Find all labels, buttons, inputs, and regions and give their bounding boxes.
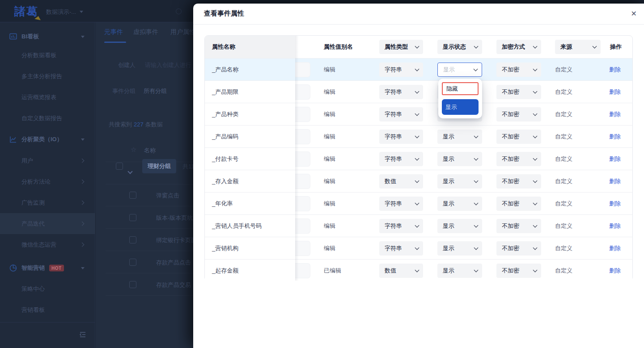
encryption-select[interactable]: 不加密 [496,241,541,256]
edit-alias-link[interactable]: 编辑 [324,237,335,259]
sidebar-item-bi-sub[interactable]: 分析数据看板 [0,45,95,66]
row-checkbox[interactable] [129,236,136,243]
edit-alias-link[interactable]: 编辑 [324,81,335,103]
row-checkbox[interactable] [129,259,136,266]
encryption-select[interactable]: 不加密 [496,85,541,99]
sidebar-item-analytics-sub[interactable]: 分析方法论 [0,171,95,192]
header-display-filter[interactable]: 显示状态 [437,40,482,54]
tab-meta-events[interactable]: 元事件 [104,28,123,36]
star-icon[interactable]: ☆ [131,146,136,154]
encryption-select[interactable]: 不加密 [496,219,541,233]
alias-input-stub[interactable] [295,174,310,189]
help-icon[interactable] [176,8,182,14]
type-select[interactable]: 字符串 [379,85,423,99]
sidebar-item-analytics-sub[interactable]: 微信生态运营 [0,234,95,255]
delete-button[interactable]: 删除 [609,170,621,192]
sidebar-item-analytics-sub[interactable]: 用户 [0,150,95,171]
encryption-select[interactable]: 不加密 [496,130,541,144]
alias-input-stub[interactable] [295,84,310,100]
row-checkbox[interactable] [129,281,136,288]
delete-button[interactable]: 删除 [609,148,621,170]
tab-user-properties[interactable]: 用户属性 [170,28,195,36]
display-status-select[interactable]: 显示 [437,63,482,77]
sidebar-item-marketing-sub[interactable]: 营销看板 [0,299,95,320]
event-name[interactable]: 绑定银行卡页面 [156,236,197,244]
sidebar-item-analytics-sub[interactable]: 广告监测 [0,192,95,213]
type-select[interactable]: 字符串 [379,63,423,77]
encryption-select[interactable]: 不加密 [496,152,541,166]
creator-search-input[interactable]: 请输入创建人进行 [145,61,191,69]
type-select[interactable]: 数值 [379,174,423,189]
edit-alias-link[interactable]: 编辑 [324,59,335,80]
sidebar-item-bi-sub[interactable]: 运营概览报表 [0,87,95,108]
encryption-select[interactable]: 不加密 [496,107,541,122]
encryption-select[interactable]: 不加密 [496,174,541,189]
type-select[interactable]: 数值 [379,264,423,278]
display-status-select[interactable]: 显示 [437,197,482,211]
type-select[interactable]: 字符串 [379,219,423,233]
chevron-down-icon[interactable] [127,169,132,174]
display-status-select[interactable]: 显示 [437,152,482,166]
sidebar-item-analytics[interactable]: 分析聚类（IO） [0,129,95,150]
encryption-select[interactable]: 不加密 [496,264,541,278]
type-select[interactable]: 字符串 [379,197,423,211]
group-row-checkbox[interactable] [116,163,123,170]
event-name[interactable]: 弹窗点击 [156,192,179,200]
edit-alias-link[interactable]: 编辑 [324,148,335,170]
sidebar-item-marketing-sub[interactable]: 策略中心 [0,278,95,299]
display-status-select[interactable]: 显示 [437,219,482,233]
tab-virtual-events[interactable]: 虚拟事件 [133,28,158,36]
display-status-select[interactable]: 显示 [437,174,482,189]
edit-alias-link[interactable]: 已编辑 [324,260,341,281]
event-name[interactable]: 存款产品交易 [156,281,191,289]
type-select[interactable]: 字符串 [379,107,423,122]
group-tag[interactable]: 理财分组 [142,159,176,173]
alias-input-stub[interactable] [295,62,310,77]
project-selector[interactable]: 数据演示-... [46,8,83,16]
close-icon[interactable]: ✕ [631,9,637,19]
delete-button[interactable]: 删除 [609,237,621,259]
edit-alias-link[interactable]: 编辑 [324,126,335,147]
event-name[interactable]: 版本-版本页坑 [156,214,193,222]
event-name[interactable]: 存款产品点击 [156,259,191,267]
delete-button[interactable]: 删除 [609,126,621,147]
edit-alias-link[interactable]: 编辑 [324,170,335,192]
display-status-select[interactable]: 显示 [437,241,482,256]
encryption-select[interactable]: 不加密 [496,197,541,211]
sidebar-item-bi-board[interactable]: BI看板 [0,26,95,47]
header-type-filter[interactable]: 属性类型 [379,40,423,54]
dropdown-option-hide[interactable]: 隐藏 [442,82,479,95]
delete-button[interactable]: 删除 [609,59,621,80]
display-status-select[interactable]: 显示 [437,264,482,278]
alias-input-stub[interactable] [295,218,310,234]
delete-button[interactable]: 删除 [609,193,621,214]
type-select[interactable]: 字符串 [379,241,423,256]
header-encrypt-filter[interactable]: 加密方式 [496,40,541,54]
row-checkbox[interactable] [129,214,136,221]
sidebar-item-bi-sub[interactable]: 多主体分析报告 [0,66,95,87]
type-select[interactable]: 字符串 [379,130,423,144]
edit-alias-link[interactable]: 编辑 [324,103,335,125]
header-source-filter[interactable]: 来源 [555,40,601,54]
alias-input-stub[interactable] [295,241,310,256]
dropdown-option-show[interactable]: 显示 [442,99,479,115]
alias-input-stub[interactable] [295,151,310,167]
delete-button[interactable]: 删除 [609,81,621,103]
row-checkbox[interactable] [129,192,136,199]
delete-button[interactable]: 删除 [609,215,621,237]
sidebar-item-analytics-sub[interactable]: 产品迭代 [0,213,95,234]
sidebar-item-smart-marketing[interactable]: 智能营销 HOT [0,257,95,278]
delete-button[interactable]: 删除 [609,260,621,281]
alias-input-stub[interactable] [295,107,310,122]
display-status-select[interactable]: 显示 [437,130,482,144]
alias-input-stub[interactable] [295,196,310,211]
alias-input-stub[interactable] [295,129,310,144]
edit-alias-link[interactable]: 编辑 [324,193,335,214]
type-select[interactable]: 字符串 [379,152,423,166]
collapse-sidebar-icon[interactable] [79,331,87,339]
encryption-select[interactable]: 不加密 [496,63,541,77]
group-filter-select[interactable]: 所有分组 [144,87,167,95]
alias-input-stub[interactable] [295,263,310,278]
sidebar-item-bi-sub[interactable]: 自定义数据报告 [0,108,95,129]
edit-alias-link[interactable]: 编辑 [324,215,335,237]
